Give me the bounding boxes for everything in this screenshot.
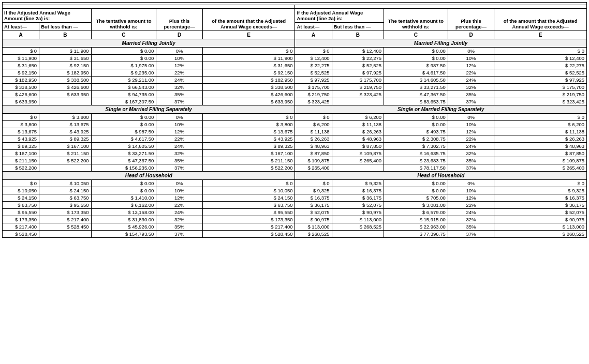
table-row: $ 11,900$ 31,650$ 0.0010%$ 11,900$ 12,40…	[3, 55, 587, 62]
left-cell-g1-r4-c2: $ 14,605.50	[91, 143, 156, 150]
table-row: $ 182,950$ 338,500$ 29,211.0024%$ 182,95…	[3, 77, 587, 84]
left-cell-g1-r2-c4: $ 13,675	[202, 128, 295, 135]
right-col-b-subheader: But less than —	[334, 24, 371, 29]
right-cell-g2-r4-c1: $ 90,975	[332, 209, 384, 216]
left-group-name-2: Head of Household	[3, 172, 295, 180]
left-cell-g0-r4-c2: $ 29,211.00	[91, 77, 156, 84]
left-cell-g2-r3-c3: 22%	[156, 202, 202, 209]
left-cell-g0-r6-c1: $ 633,950	[39, 91, 91, 98]
right-cell-g1-r6-c4: $ 109,875	[494, 157, 587, 164]
left-cell-g2-r5-c2: $ 31,830.00	[91, 216, 156, 223]
left-cell-g0-r3-c3: 22%	[156, 69, 202, 77]
left-cell-g2-r0-c3: 0%	[156, 180, 202, 187]
left-cell-g0-r1-c0: $ 11,900	[3, 55, 39, 62]
right-cell-g2-r5-c2: $ 15,915.00	[384, 216, 448, 223]
left-cell-g0-r1-c3: 10%	[156, 55, 202, 62]
table-row: $ 0$ 10,050$ 0.000%$ 0$ 0$ 9,325$ 0.000%…	[3, 180, 587, 187]
right-cell-g1-r4-c0: $ 48,963	[295, 143, 332, 150]
left-cell-g1-r1-c4: $ 3,800	[202, 121, 295, 128]
col-letter-row: A B C D E A B C D E	[3, 31, 587, 39]
left-cell-g1-r5-c4: $ 167,100	[202, 150, 295, 157]
right-cell-g1-r1-c2: $ 0.00	[384, 121, 448, 128]
right-cell-g0-r6-c4: $ 219,750	[494, 91, 587, 98]
table-row: $ 426,600$ 633,950$ 94,735.0035%$ 426,60…	[3, 91, 587, 98]
right-cell-g1-r2-c2: $ 493.75	[384, 128, 448, 135]
right-cell-g2-r4-c2: $ 6,579.00	[384, 209, 448, 216]
right-cell-g2-r1-c2: $ 0.00	[384, 187, 448, 194]
left-cell-g1-r4-c3: 24%	[156, 143, 202, 150]
right-col-a-letter: A	[295, 31, 332, 39]
group-header-0: Married Filling JointlyMarried Filling J…	[3, 39, 587, 48]
right-cell-g2-r2-c0: $ 16,375	[295, 194, 332, 202]
left-cell-g2-r7-c4: $ 528,450	[202, 231, 295, 238]
left-cell-g1-r0-c1: $ 3,800	[39, 114, 91, 121]
right-cell-g1-r4-c4: $ 48,963	[494, 143, 587, 150]
left-cell-g2-r2-c0: $ 24,150	[3, 194, 39, 202]
right-cell-g0-r6-c1: $ 323,425	[332, 91, 384, 98]
left-cell-g0-r3-c0: $ 92,150	[3, 69, 39, 77]
left-cell-g1-r1-c2: $ 0.00	[91, 121, 156, 128]
right-cell-g0-r6-c0: $ 219,750	[295, 91, 332, 98]
left-cell-g1-r3-c1: $ 89,325	[39, 135, 91, 143]
left-cell-g1-r5-c3: 32%	[156, 150, 202, 157]
right-cell-g1-r6-c0: $ 109,875	[295, 157, 332, 164]
right-cell-g0-r4-c0: $ 97,925	[295, 77, 332, 84]
left-cell-g0-r0-c3: 0%	[156, 48, 202, 55]
right-group-name-2: Head of Household	[295, 172, 587, 180]
right-cell-g0-r0-c1: $ 12,400	[332, 48, 384, 55]
right-cell-g1-r5-c3: 32%	[448, 150, 494, 157]
right-cell-g2-r6-c2: $ 22,963.00	[384, 223, 448, 231]
left-cell-g2-r7-c0: $ 528,450	[3, 231, 39, 238]
table-row: $ 217,400$ 528,450$ 45,926.0035%$ 217,40…	[3, 223, 587, 231]
left-cell-g0-r2-c3: 12%	[156, 62, 202, 69]
left-cell-g0-r5-c0: $ 338,500	[3, 84, 39, 91]
table-row: $ 43,925$ 89,325$ 4,617.5022%$ 43,925$ 2…	[3, 135, 587, 143]
right-cell-g0-r3-c1: $ 97,925	[332, 69, 384, 77]
left-cell-g0-r7-c0: $ 633,950	[3, 98, 39, 105]
right-cell-g0-r0-c0: $ 0	[295, 48, 332, 55]
left-col-d-header: Plus this percentage—	[164, 18, 195, 29]
left-cell-g0-r2-c2: $ 1,975.00	[91, 62, 156, 69]
left-group-name-1: Single or Married Filling Separately	[3, 105, 295, 114]
right-cell-g1-r0-c4: $ 0	[494, 114, 587, 121]
right-cell-g2-r4-c4: $ 52,075	[494, 209, 587, 216]
left-cell-g1-r0-c4: $ 0	[202, 114, 295, 121]
section-header-row	[3, 5, 587, 9]
left-cell-g1-r7-c4: $ 522,200	[202, 164, 295, 172]
right-cell-g0-r5-c2: $ 33,271.50	[384, 84, 448, 91]
left-col-a-subheader: At least—	[4, 24, 27, 29]
table-row: $ 167,100$ 211,150$ 33,271.5032%$ 167,10…	[3, 150, 587, 157]
left-cell-g2-r6-c1: $ 528,450	[39, 223, 91, 231]
right-cell-g0-r5-c1: $ 219,750	[332, 84, 384, 91]
right-cell-g2-r1-c4: $ 9,325	[494, 187, 587, 194]
right-col-e-letter: E	[494, 31, 587, 39]
right-cell-g1-r6-c3: 35%	[448, 157, 494, 164]
table-row: $ 10,050$ 24,150$ 0.0010%$ 10,050$ 9,325…	[3, 187, 587, 194]
right-cell-g0-r1-c2: $ 0.00	[384, 55, 448, 62]
left-cell-g0-r0-c2: $ 0.00	[91, 48, 156, 55]
left-cell-g0-r6-c2: $ 94,735.00	[91, 91, 156, 98]
left-cell-g2-r2-c1: $ 63,750	[39, 194, 91, 202]
left-cell-g2-r2-c3: 12%	[156, 194, 202, 202]
left-cell-g2-r2-c2: $ 1,410.00	[91, 194, 156, 202]
right-cell-g0-r0-c3: 0%	[448, 48, 494, 55]
left-cell-g2-r6-c2: $ 45,926.00	[91, 223, 156, 231]
right-cell-g2-r7-c3: 37%	[448, 231, 494, 238]
left-cell-g2-r0-c4: $ 0	[202, 180, 295, 187]
right-cell-g1-r7-c2: $ 78,117.50	[384, 164, 448, 172]
right-cell-g2-r0-c1: $ 9,325	[332, 180, 384, 187]
right-cell-g2-r3-c4: $ 36,175	[494, 202, 587, 209]
right-wage-label: If the Adjusted Annual Wage Amount (line…	[297, 10, 382, 21]
left-cell-g0-r1-c1: $ 31,650	[39, 55, 91, 62]
left-cell-g0-r0-c0: $ 0	[3, 48, 39, 55]
right-cell-g1-r3-c2: $ 2,308.75	[384, 135, 448, 143]
right-cell-g2-r5-c4: $ 90,975	[494, 216, 587, 223]
right-col-c-header: The tentative amount to withhold is:	[388, 18, 444, 29]
right-cell-g0-r3-c4: $ 52,525	[494, 69, 587, 77]
left-cell-g1-r5-c0: $ 167,100	[3, 150, 39, 157]
table-row: $ 92,150$ 182,950$ 9,235.0022%$ 92,150$ …	[3, 69, 587, 77]
left-cell-g2-r6-c3: 35%	[156, 223, 202, 231]
left-cell-g2-r5-c4: $ 173,350	[202, 216, 295, 223]
right-col-e-header: of the amount that the Adjusted Annual W…	[504, 18, 578, 29]
left-cell-g1-r3-c2: $ 4,617.50	[91, 135, 156, 143]
